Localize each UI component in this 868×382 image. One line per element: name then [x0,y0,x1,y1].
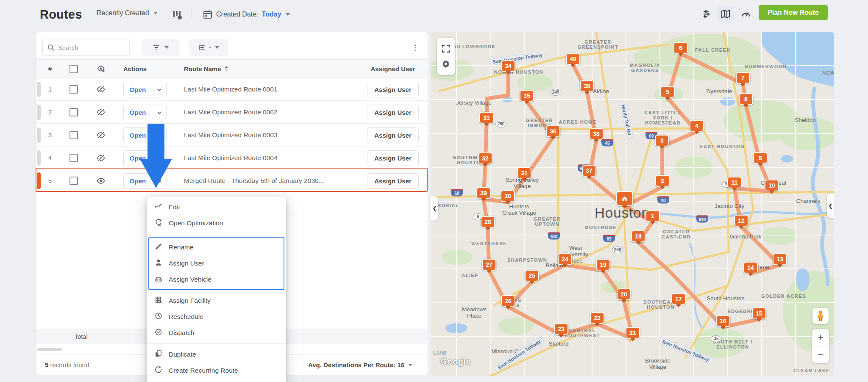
destination-marker-13[interactable]: 13 [773,253,787,265]
map-panel[interactable]: WILLOWBROOKGREATER GREENSPOINTFALL CREEK… [431,32,834,376]
destination-marker-2[interactable]: 2 [655,175,670,187]
destination-marker-3[interactable]: 3 [655,135,669,147]
map-view-button[interactable] [717,6,734,22]
assign-user-button[interactable]: Assign User [367,127,419,143]
destination-marker-38[interactable]: 38 [589,128,604,140]
menu-item-edit[interactable]: Edit [147,199,286,215]
assign-user-button[interactable]: Assign User [367,173,419,189]
menu-item-dispatch[interactable]: Dispatch [147,325,286,341]
destination-marker-17[interactable]: 17 [671,293,686,305]
more-options-button[interactable]: ⋮ [409,39,422,56]
created-date-filter[interactable]: Created Date: Today [203,9,290,19]
menu-item-create-recurring-route[interactable]: Create Recurring Route [147,363,286,379]
assign-user-button[interactable]: Assign User [367,82,419,97]
routing-settings-button[interactable] [698,6,715,22]
destination-marker-6[interactable]: 6 [673,42,688,54]
destination-marker-30[interactable]: 30 [501,190,515,202]
destination-marker-37[interactable]: 37 [582,165,596,177]
collapse-panel-left-handle[interactable]: ❮ [431,196,438,221]
row-visibility-toggle[interactable] [93,124,108,146]
table-row[interactable]: 3OpenLast Mile Optimized Route 0003Assig… [36,124,428,147]
street-view-pegman-button[interactable] [812,308,829,324]
destination-marker-1[interactable]: 1 [645,210,660,222]
destination-marker-24[interactable]: 24 [558,253,572,265]
destination-marker-19[interactable]: 19 [596,259,610,271]
scrollbar-thumb[interactable] [37,348,62,351]
table-row[interactable]: 5OpenMerged Route - Thursday 5th of Janu… [36,169,428,192]
table-row[interactable]: 2OpenLast Mile Optimized Route 0002Assig… [36,101,428,124]
destination-marker-23[interactable]: 23 [554,323,568,335]
open-dropdown-toggle[interactable] [152,82,166,97]
open-route-button[interactable]: Open [123,105,167,120]
assign-user-button[interactable]: Assign User [367,150,419,166]
menu-item-reschedule[interactable]: Reschedule [147,309,286,325]
row-checkbox[interactable] [70,108,78,116]
column-route-name[interactable]: Route Name [184,60,229,78]
destination-marker-10[interactable]: 10 [765,180,779,191]
destination-marker-5[interactable]: 5 [660,86,675,98]
row-visibility-toggle[interactable] [93,169,108,192]
destination-marker-8[interactable]: 8 [739,93,753,105]
row-checkbox[interactable] [70,131,78,139]
row-drag-handle[interactable] [37,82,41,97]
menu-item-assign-facility[interactable]: Assign Facility [147,293,286,309]
destination-marker-11[interactable]: 11 [727,177,742,188]
row-checkbox[interactable] [70,154,78,162]
destination-marker-9[interactable]: 9 [753,152,768,164]
destination-marker-25[interactable]: 25 [525,270,539,282]
menu-item-assign-vehicle[interactable]: Assign Vehicle [149,271,284,288]
destination-marker-32[interactable]: 32 [478,152,492,164]
filter-button[interactable] [142,39,179,56]
destination-marker-26[interactable]: 26 [501,295,515,307]
destination-marker-14[interactable]: 14 [743,262,758,274]
destination-marker-7[interactable]: 7 [736,72,750,84]
destination-marker-29[interactable]: 29 [476,187,491,199]
row-drag-handle[interactable] [37,172,41,189]
row-drag-handle[interactable] [37,150,41,166]
destination-marker-31[interactable]: 31 [517,167,531,179]
row-checkbox[interactable] [70,85,78,94]
open-dropdown-toggle[interactable] [152,105,166,120]
destination-marker-15[interactable]: 15 [752,307,766,319]
destination-marker-33[interactable]: 33 [479,112,494,124]
open-route-button[interactable]: Open [123,82,167,97]
search-box[interactable] [42,39,130,56]
destination-marker-39[interactable]: 39 [580,80,594,92]
menu-item-assign-user[interactable]: Assign User [149,255,284,271]
destination-marker-16[interactable]: 16 [716,315,730,327]
destination-marker-35[interactable]: 35 [520,90,534,102]
dashboard-speed-button[interactable] [737,6,754,22]
destination-marker-12[interactable]: 12 [734,215,748,227]
row-drag-handle[interactable] [37,105,41,120]
avg-destinations-dropdown[interactable]: Avg. Destinations Per Route: 16 [308,361,412,368]
collapse-panel-right-handle[interactable]: ❮ [827,194,834,218]
map-settings-gear-icon[interactable] [441,59,451,69]
fullscreen-icon[interactable] [442,44,450,53]
destination-marker-21[interactable]: 21 [626,327,640,339]
row-checkbox[interactable] [70,177,78,185]
destination-marker-36[interactable]: 36 [546,125,560,137]
zoom-in-button[interactable]: + [812,329,829,346]
search-input[interactable] [58,44,122,51]
row-visibility-toggle[interactable] [93,147,108,169]
menu-item-rename[interactable]: Rename [149,239,284,255]
sort-button[interactable]: - [189,39,228,56]
destination-marker-34[interactable]: 34 [501,60,515,72]
table-row[interactable]: 4OpenLast Mile Optimized Route 0004Assig… [36,147,428,169]
row-visibility-toggle[interactable] [93,78,108,100]
columns-settings-button[interactable] [172,9,183,20]
menu-item-duplicate[interactable]: Duplicate [147,346,286,363]
assign-user-button[interactable]: Assign User [367,105,419,120]
destination-marker-28[interactable]: 28 [481,216,495,228]
row-visibility-toggle[interactable] [93,101,108,123]
depot-home-marker[interactable] [616,191,633,206]
plan-new-route-button[interactable]: Plan New Route [759,5,828,20]
destination-marker-4[interactable]: 4 [690,120,704,132]
view-selector-dropdown[interactable]: Recently Created [97,9,158,17]
destination-marker-18[interactable]: 18 [631,230,645,242]
table-row[interactable]: 1OpenLast Mile Optimized Route 0001Assig… [36,78,428,101]
row-drag-handle[interactable] [37,127,41,143]
select-all-checkbox[interactable] [70,65,78,73]
destination-marker-40[interactable]: 40 [566,53,580,65]
menu-item-open-optimization[interactable]: Open Optimization [147,215,286,231]
